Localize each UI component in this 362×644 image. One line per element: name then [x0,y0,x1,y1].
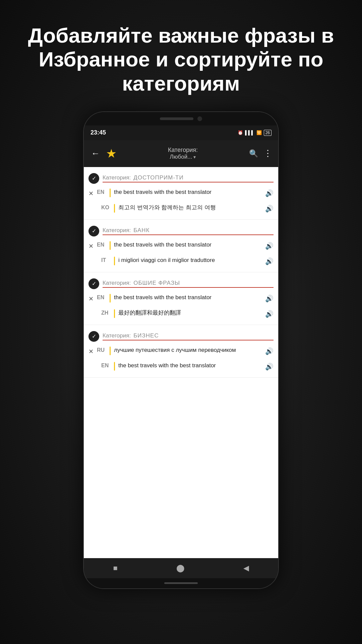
section-section4: ✓Категория:БИЗНЕС✕RUлучшие путешествия с… [84,325,278,378]
phrase-audio-button[interactable]: 🔊 [265,347,274,355]
category-underline [103,182,274,182]
home-indicator [164,582,198,584]
phrase-language: EN [97,294,106,301]
section-section3: ✓Категория:ОБШИЕ ФРАЗЫ✕ENthe best travel… [84,272,278,325]
phrase-row: ✕ENthe best travels with the best transl… [84,290,278,306]
alarm-icon: ⏰ [238,130,243,135]
phrase-language: IT [101,257,111,263]
status-bar: 23:45 ⏰ ▌▌▌ 🛜 26 [84,125,278,140]
signal-icon: ▌▌▌ [245,130,254,135]
phrase-audio-button[interactable]: 🔊 [265,294,274,303]
phrase-lang-divider [110,346,111,355]
phrase-lang-divider [114,362,115,371]
phrase-row: ✕ENthe best travels with the best transl… [84,238,278,253]
battery-icon: 26 [264,130,272,136]
phrase-language: EN [101,362,111,369]
toolbar-title-group: Категория: Любой... ▾ [121,147,244,160]
phrase-text: 최고의 번역가와 함께하는 최고의 여행 [118,204,262,212]
phrase-language: RU [97,346,106,353]
category-underline [103,287,274,288]
phrase-audio-button[interactable]: 🔊 [265,363,274,371]
phrase-text: 最好的翻譯和最好的翻譯 [118,309,262,317]
section-section2: ✓Категория:БАНК✕ENthe best travels with … [84,220,278,272]
section-category-label: Категория: [103,227,131,234]
section-category-name: БИЗНЕС [133,332,159,339]
cloud-check-icon: ✓ [88,173,99,184]
home-button[interactable]: ⬤ [170,561,191,575]
phrase-language: EN [97,241,106,248]
phone-bottom [84,578,278,588]
section-section1: ✓Категория:ДОСТОПРИМ-ТИ✕ENthe best trave… [84,167,278,220]
section-category-name: ДОСТОПРИМ-ТИ [133,174,184,181]
phrase-lang-divider [110,241,111,250]
cloud-check-icon: ✓ [88,226,99,236]
category-label: Категория: [168,147,198,154]
phrase-language: EN [97,189,106,195]
search-button[interactable]: 🔍 [249,149,258,158]
section-header-2: ✓Категория:ОБШИЕ ФРАЗЫ [84,276,278,290]
phrase-row: ITi migliori viaggi con il miglior tradu… [84,253,278,269]
stop-button[interactable]: ■ [106,561,124,575]
phrase-row: ZH最好的翻譯和最好的翻譯🔊 [84,306,278,321]
section-category-name: ОБШИЕ ФРАЗЫ [133,280,180,286]
section-category-label: Категория: [103,280,131,286]
phone-shell: 23:45 ⏰ ▌▌▌ 🛜 26 ← ★ Категория: Любой...… [84,112,278,588]
phrase-audio-button[interactable]: 🔊 [265,189,274,197]
section-header-3: ✓Категория:БИЗНЕС [84,328,278,343]
status-time: 23:45 [90,129,106,136]
cloud-check-icon: ✓ [88,278,99,289]
more-button[interactable]: ⋮ [263,148,272,159]
cloud-check-icon: ✓ [88,331,99,342]
phrase-text: the best travels with the best translato… [114,241,262,249]
category-underline [103,340,274,340]
section-header-0: ✓Категория:ДОСТОПРИМ-ТИ [84,170,278,185]
delete-phrase-button[interactable]: ✕ [88,242,94,250]
phrase-language: KO [101,204,111,211]
phrase-text: the best travels with the best translato… [114,294,262,302]
status-icons: ⏰ ▌▌▌ 🛜 26 [238,130,272,136]
delete-phrase-button[interactable]: ✕ [88,347,94,355]
phrase-audio-button[interactable]: 🔊 [265,205,274,213]
section-category-label: Категория: [103,332,131,339]
phrase-lang-divider [114,257,115,265]
phrase-text: the best travels with the best translato… [118,362,262,370]
phrase-lang-divider [110,294,111,303]
phrase-audio-button[interactable]: 🔊 [265,257,274,265]
phone-camera [197,116,202,121]
star-icon: ★ [106,147,117,161]
phrase-lang-divider [110,189,111,197]
phone-speaker [160,117,193,120]
toolbar-actions: 🔍 ⋮ [249,148,272,159]
dropdown-arrow: ▾ [193,154,196,160]
phrase-text: i migliori viaggi con il miglior tradutt… [118,257,262,264]
phrase-row: KO최고의 번역가와 함께하는 최고의 여행🔊 [84,201,278,216]
phrase-audio-button[interactable]: 🔊 [265,310,274,318]
section-header-1: ✓Категория:БАНК [84,223,278,238]
back-button[interactable]: ← [90,147,101,160]
back-nav-button[interactable]: ◀ [237,561,256,575]
delete-phrase-button[interactable]: ✕ [88,189,94,197]
app-content: ✓Категория:ДОСТОПРИМ-ТИ✕ENthe best trave… [84,167,278,558]
bottom-nav: ■ ⬤ ◀ [84,558,278,578]
delete-phrase-button[interactable]: ✕ [88,294,94,303]
section-category-label: Категория: [103,174,131,181]
phrase-row: ENthe best travels with the best transla… [84,359,278,374]
category-underline [103,234,274,235]
phrase-row: ✕RUлучшие путешествия с лучшим переводчи… [84,343,278,359]
app-toolbar: ← ★ Категория: Любой... ▾ 🔍 ⋮ [84,140,278,167]
phrase-lang-divider [114,309,115,318]
phrase-language: ZH [101,309,111,316]
category-value: Любой... ▾ [170,154,196,160]
phrase-lang-divider [114,204,115,213]
wifi-icon: 🛜 [256,130,262,135]
section-category-name: БАНК [133,227,149,234]
phone-notch [84,112,278,125]
phrase-row: ✕ENthe best travels with the best transl… [84,185,278,201]
page-heading: Добавляйте важные фразы в Избранное и со… [0,0,362,112]
phrase-text: the best travels with the best translato… [114,189,262,196]
phrase-text: лучшие путешествия с лучшим переводчиком [114,346,262,354]
phrase-audio-button[interactable]: 🔊 [265,242,274,250]
